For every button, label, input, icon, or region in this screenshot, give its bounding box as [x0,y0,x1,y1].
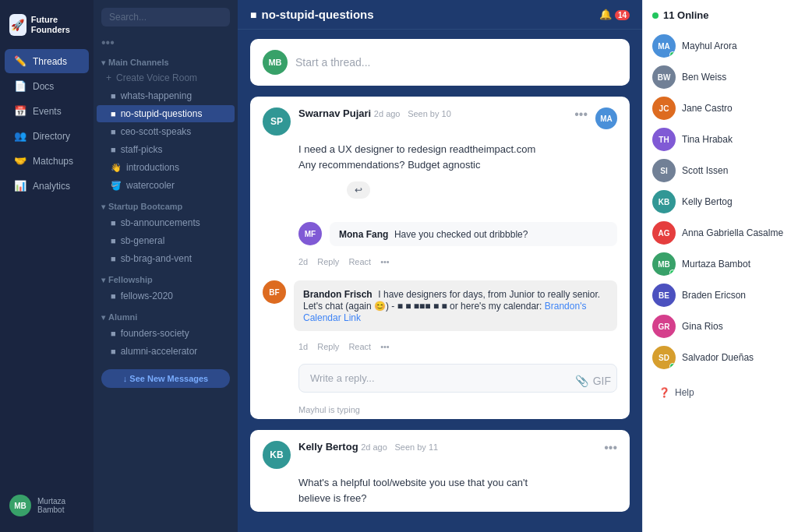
online-user-jane-castro[interactable]: JC Jane Castro [652,93,789,124]
channel-no-stupid-questions[interactable]: ■no-stupid-questions [97,105,235,122]
sidebar-item-label: Matchups [33,156,73,167]
attachment-icon[interactable]: 📎 [575,375,588,387]
reply-brandon-react-btn[interactable]: React [348,342,371,351]
sidebar-item-analytics[interactable]: 📊Analytics [5,174,89,198]
channel-sb-announcements[interactable]: ■sb-announcements [97,214,235,231]
online-user-name: Kelly Bertog [682,196,733,207]
channel-group-startup-bootcamp: ▾Startup Bootcamp■sb-announcements■sb-ge… [94,197,238,267]
reply-mona-react-btn[interactable]: React [348,257,371,266]
sidebar-item-label: Directory [33,131,70,142]
sidebar-item-threads[interactable]: ✏️Threads [5,49,89,73]
thread-2-line1: What's a helpful tool/website you use th… [298,475,617,491]
notification-badge: 14 [615,10,630,20]
reply-mona: MF Mona Fang Have you checked out dribbb… [250,214,630,254]
channel-name: no-stupid-questions [261,8,373,21]
channels-sidebar: ••• ▾Main Channels+Create Voice Room■wha… [94,0,238,532]
channel-founders-society[interactable]: ■founders-society [97,325,235,342]
group-label: Startup Bootcamp [108,202,182,211]
reply-brandon-time: 1d [298,342,308,351]
channel-fellows-2020[interactable]: ■fellows-2020 [97,287,235,305]
channel-icon: ■ [111,347,116,356]
sidebar-user[interactable]: MB Murtaza Bambot [0,487,94,524]
reply-brandon-reply-btn[interactable]: Reply [317,342,339,351]
channel-sb-general[interactable]: ■sb-general [97,232,235,249]
thread-1-content: I need a UX designer to redesign readthe… [250,136,630,178]
sidebar-item-events[interactable]: 📅Events [5,99,89,123]
sidebar-item-label: Threads [33,56,67,67]
reply-reaction-btn[interactable]: ↩ [347,181,370,199]
channel-name: sb-brag-and-vent [121,253,192,264]
channel-icon: ■ [111,236,116,245]
online-user-avatar: MB [652,252,676,276]
online-user-name: Scott Issen [682,165,728,176]
reply-input[interactable] [298,364,617,393]
online-user-name: Gina Rios [682,321,723,332]
channel-icon: ■ [111,329,116,338]
right-sidebar: 11 Online MA Mayhul Arora BW Ben Weiss J… [642,0,798,532]
online-user-gina-rios[interactable]: GR Gina Rios [652,311,789,342]
thread-2-more-button[interactable]: ••• [604,441,617,455]
channel-watercooler[interactable]: 🪣watercooler [97,177,235,194]
online-user-anna-gabriella-casalme[interactable]: AG Anna Gabriella Casalme [652,217,789,248]
thread-1-more-button[interactable]: ••• [574,107,588,122]
channel-icon: ■ [250,9,256,21]
channels-dots[interactable]: ••• [101,36,115,50]
channel-whats-happening[interactable]: ■whats-happening [97,87,235,104]
left-sidebar: 🚀 Future Founders ✏️Threads📄Docs📅Events👥… [0,0,94,532]
search-input[interactable] [101,8,230,26]
thread-2-line2: believe is free? [298,491,617,506]
reply-brandon-actions: 1d Reply React ••• [250,339,630,358]
sidebar-item-label: Docs [33,81,54,92]
channel-introductions[interactable]: 👋introductions [97,159,235,176]
create-voice-room-button[interactable]: +Create Voice Room [94,69,238,86]
online-user-kelly-bertog[interactable]: KB Kelly Bertog [652,186,789,217]
channel-staff-picks[interactable]: ■staff-picks [97,141,235,158]
app-logo: 🚀 Future Founders [0,8,94,48]
channel-icon: 🪣 [111,181,122,191]
channel-groups: ▾Main Channels+Create Voice Room■whats-h… [94,53,238,363]
channel-icon: ■ [111,127,116,136]
collapse-arrow: ▾ [101,313,105,322]
collapse-arrow: ▾ [101,276,105,284]
brandon-calendar-link[interactable]: Brandon's Calendar Link [303,301,586,323]
online-user-salvador-dueñas[interactable]: SD Salvador Dueñas [652,342,789,373]
online-user-name: Anna Gabriella Casalme [682,227,783,238]
start-thread-avatar: MB [263,50,288,75]
channel-name: sb-announcements [121,217,200,228]
channel-alumni-accelerator[interactable]: ■alumni-accelerator [97,343,235,360]
reply-brandon-content: Brandon Frisch I have designers for days… [294,280,617,331]
notification-bell[interactable]: 🔔 14 [599,9,630,20]
app-name: Future Founders [31,15,84,35]
channel-ceo-scott-speaks[interactable]: ■ceo-scott-speaks [97,123,235,140]
online-user-mayhul-arora[interactable]: MA Mayhul Arora [652,30,789,62]
help-button[interactable]: ❓ Help [652,382,789,403]
online-user-name: Tina Hrabak [682,134,733,145]
online-user-braden-ericson[interactable]: BE Braden Ericson [652,280,789,311]
sidebar-item-directory[interactable]: 👥Directory [5,124,89,148]
reply-mona-reply-btn[interactable]: Reply [317,257,339,266]
online-user-scott-issen[interactable]: SI Scott Issen [652,155,789,186]
matchups-icon: 🤝 [14,155,26,167]
channel-group-header-main-channels[interactable]: ▾Main Channels [94,53,238,69]
sidebar-item-docs[interactable]: 📄Docs [5,74,89,98]
gif-icon[interactable]: GIF [593,375,611,387]
channel-sb-brag-and-vent[interactable]: ■sb-brag-and-vent [97,250,235,267]
online-user-tina-hrabak[interactable]: TH Tina Hrabak [652,124,789,155]
online-user-ben-weiss[interactable]: BW Ben Weiss [652,62,789,93]
reply-mona-more-btn[interactable]: ••• [380,257,390,266]
channel-name: whats-happening [121,90,192,101]
start-thread-placeholder[interactable]: Start a thread... [295,56,617,69]
channel-group-header-startup-bootcamp[interactable]: ▾Startup Bootcamp [94,197,238,213]
thread-2-meta: Kelly Bertog 2d ago Seen by 11 [298,441,596,453]
channel-group-header-alumni[interactable]: ▾Alumni [94,308,238,324]
thread-1-author: Swarnav Pujari [298,107,371,119]
see-new-messages-button[interactable]: ↓ See New Messages [101,369,230,388]
reply-mona-author: Mona Fang [339,229,388,240]
sidebar-item-matchups[interactable]: 🤝Matchups [5,149,89,173]
search-bar [94,0,238,33]
channel-group-header-fellowship[interactable]: ▾Fellowship [94,270,238,287]
online-user-murtaza-bambot[interactable]: MB Murtaza Bambot [652,248,789,280]
reply-brandon-more-btn[interactable]: ••• [380,342,390,351]
reply-input-icons: 📎 GIF [575,375,611,387]
channel-name: no-stupid-questions [121,108,203,119]
